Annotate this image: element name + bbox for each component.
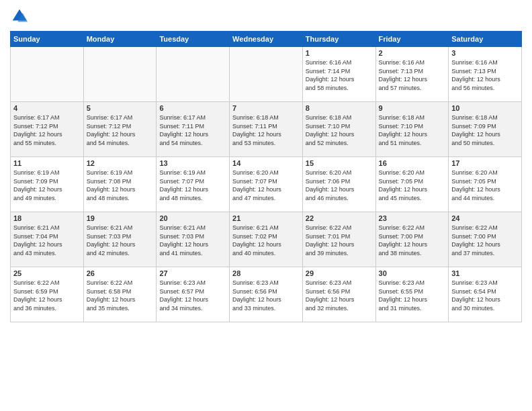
day-info: Sunrise: 6:23 AM Sunset: 6:56 PM Dayligh… — [232, 279, 300, 312]
calendar-cell: 18Sunrise: 6:21 AM Sunset: 7:04 PM Dayli… — [11, 212, 84, 267]
calendar-cell: 29Sunrise: 6:23 AM Sunset: 6:56 PM Dayli… — [302, 267, 375, 322]
day-info: Sunrise: 6:21 AM Sunset: 7:02 PM Dayligh… — [232, 224, 300, 257]
calendar-header-wednesday: Wednesday — [230, 32, 303, 47]
day-info: Sunrise: 6:20 AM Sunset: 7:05 PM Dayligh… — [451, 169, 519, 202]
day-info: Sunrise: 6:21 AM Sunset: 7:03 PM Dayligh… — [87, 224, 154, 257]
day-number: 28 — [232, 269, 300, 277]
calendar-cell: 11Sunrise: 6:19 AM Sunset: 7:09 PM Dayli… — [11, 157, 84, 212]
day-number: 24 — [451, 214, 519, 222]
calendar-cell — [11, 47, 84, 102]
calendar-header-tuesday: Tuesday — [157, 32, 230, 47]
day-number: 23 — [379, 214, 446, 222]
calendar-cell: 10Sunrise: 6:18 AM Sunset: 7:09 PM Dayli… — [449, 102, 522, 157]
calendar-cell: 17Sunrise: 6:20 AM Sunset: 7:05 PM Dayli… — [449, 157, 522, 212]
calendar-cell: 9Sunrise: 6:18 AM Sunset: 7:10 PM Daylig… — [375, 102, 449, 157]
day-info: Sunrise: 6:20 AM Sunset: 7:06 PM Dayligh… — [306, 169, 373, 202]
calendar-cell: 28Sunrise: 6:23 AM Sunset: 6:56 PM Dayli… — [230, 267, 303, 322]
day-number: 1 — [306, 49, 373, 57]
calendar-cell: 13Sunrise: 6:19 AM Sunset: 7:07 PM Dayli… — [157, 157, 230, 212]
calendar-header-thursday: Thursday — [302, 32, 375, 47]
calendar-cell — [230, 47, 303, 102]
calendar-week-row: 4Sunrise: 6:17 AM Sunset: 7:12 PM Daylig… — [11, 102, 522, 157]
calendar-cell — [157, 47, 230, 102]
calendar-cell: 8Sunrise: 6:18 AM Sunset: 7:10 PM Daylig… — [302, 102, 375, 157]
day-info: Sunrise: 6:17 AM Sunset: 7:11 PM Dayligh… — [159, 113, 226, 147]
calendar-cell: 12Sunrise: 6:19 AM Sunset: 7:08 PM Dayli… — [83, 157, 157, 212]
calendar-cell: 30Sunrise: 6:23 AM Sunset: 6:55 PM Dayli… — [375, 267, 449, 322]
day-info: Sunrise: 6:19 AM Sunset: 7:09 PM Dayligh… — [13, 169, 81, 202]
day-number: 12 — [87, 159, 154, 167]
calendar-cell: 26Sunrise: 6:22 AM Sunset: 6:58 PM Dayli… — [83, 267, 157, 322]
day-info: Sunrise: 6:21 AM Sunset: 7:04 PM Dayligh… — [13, 224, 81, 257]
day-info: Sunrise: 6:17 AM Sunset: 7:12 PM Dayligh… — [13, 113, 81, 147]
calendar-cell: 14Sunrise: 6:20 AM Sunset: 7:07 PM Dayli… — [230, 157, 303, 212]
day-info: Sunrise: 6:22 AM Sunset: 7:01 PM Dayligh… — [306, 224, 373, 257]
day-info: Sunrise: 6:23 AM Sunset: 6:57 PM Dayligh… — [159, 279, 226, 312]
day-info: Sunrise: 6:21 AM Sunset: 7:03 PM Dayligh… — [159, 224, 226, 257]
calendar-cell: 16Sunrise: 6:20 AM Sunset: 7:05 PM Dayli… — [375, 157, 449, 212]
calendar-cell: 1Sunrise: 6:16 AM Sunset: 7:14 PM Daylig… — [302, 47, 375, 102]
day-info: Sunrise: 6:23 AM Sunset: 6:56 PM Dayligh… — [306, 279, 373, 312]
day-info: Sunrise: 6:16 AM Sunset: 7:13 PM Dayligh… — [379, 58, 446, 92]
logo-icon — [10, 7, 29, 26]
day-number: 6 — [159, 104, 226, 112]
day-info: Sunrise: 6:16 AM Sunset: 7:13 PM Dayligh… — [451, 58, 519, 92]
day-number: 7 — [232, 104, 300, 112]
day-number: 11 — [13, 159, 81, 167]
calendar-cell: 4Sunrise: 6:17 AM Sunset: 7:12 PM Daylig… — [11, 102, 84, 157]
day-number: 17 — [451, 159, 519, 167]
day-number: 30 — [379, 269, 446, 277]
calendar-header-saturday: Saturday — [449, 32, 522, 47]
day-info: Sunrise: 6:20 AM Sunset: 7:07 PM Dayligh… — [232, 169, 300, 202]
day-info: Sunrise: 6:18 AM Sunset: 7:11 PM Dayligh… — [232, 113, 300, 147]
day-info: Sunrise: 6:16 AM Sunset: 7:14 PM Dayligh… — [306, 58, 373, 92]
logo — [10, 7, 32, 26]
calendar-header-friday: Friday — [375, 32, 449, 47]
day-info: Sunrise: 6:20 AM Sunset: 7:05 PM Dayligh… — [379, 169, 446, 202]
calendar-cell — [83, 47, 157, 102]
calendar-cell: 5Sunrise: 6:17 AM Sunset: 7:12 PM Daylig… — [83, 102, 157, 157]
day-number: 4 — [13, 104, 81, 112]
day-number: 3 — [451, 49, 519, 57]
day-number: 13 — [159, 159, 226, 167]
day-number: 25 — [13, 269, 81, 277]
calendar-cell: 22Sunrise: 6:22 AM Sunset: 7:01 PM Dayli… — [302, 212, 375, 267]
calendar-cell: 23Sunrise: 6:22 AM Sunset: 7:00 PM Dayli… — [375, 212, 449, 267]
header — [10, 7, 522, 26]
calendar-cell: 21Sunrise: 6:21 AM Sunset: 7:02 PM Dayli… — [230, 212, 303, 267]
day-number: 18 — [13, 214, 81, 222]
calendar-cell: 27Sunrise: 6:23 AM Sunset: 6:57 PM Dayli… — [157, 267, 230, 322]
day-number: 26 — [87, 269, 154, 277]
calendar-page: SundayMondayTuesdayWednesdayThursdayFrid… — [0, 0, 532, 411]
calendar-cell: 7Sunrise: 6:18 AM Sunset: 7:11 PM Daylig… — [230, 102, 303, 157]
calendar-cell: 31Sunrise: 6:23 AM Sunset: 6:54 PM Dayli… — [449, 267, 522, 322]
calendar-cell: 6Sunrise: 6:17 AM Sunset: 7:11 PM Daylig… — [157, 102, 230, 157]
day-number: 14 — [232, 159, 300, 167]
calendar-cell: 3Sunrise: 6:16 AM Sunset: 7:13 PM Daylig… — [449, 47, 522, 102]
day-number: 10 — [451, 104, 519, 112]
calendar-header-monday: Monday — [83, 32, 157, 47]
calendar-header-row: SundayMondayTuesdayWednesdayThursdayFrid… — [11, 32, 522, 47]
day-number: 21 — [232, 214, 300, 222]
day-info: Sunrise: 6:18 AM Sunset: 7:10 PM Dayligh… — [379, 113, 446, 147]
day-info: Sunrise: 6:23 AM Sunset: 6:54 PM Dayligh… — [451, 279, 519, 312]
day-number: 20 — [159, 214, 226, 222]
calendar-header-sunday: Sunday — [11, 32, 84, 47]
day-number: 8 — [306, 104, 373, 112]
day-info: Sunrise: 6:22 AM Sunset: 7:00 PM Dayligh… — [451, 224, 519, 257]
day-number: 31 — [451, 269, 519, 277]
calendar-cell: 15Sunrise: 6:20 AM Sunset: 7:06 PM Dayli… — [302, 157, 375, 212]
day-info: Sunrise: 6:18 AM Sunset: 7:10 PM Dayligh… — [306, 113, 373, 147]
calendar-week-row: 11Sunrise: 6:19 AM Sunset: 7:09 PM Dayli… — [11, 157, 522, 212]
day-info: Sunrise: 6:19 AM Sunset: 7:08 PM Dayligh… — [87, 169, 154, 202]
day-number: 15 — [306, 159, 373, 167]
calendar-cell: 20Sunrise: 6:21 AM Sunset: 7:03 PM Dayli… — [157, 212, 230, 267]
calendar-week-row: 1Sunrise: 6:16 AM Sunset: 7:14 PM Daylig… — [11, 47, 522, 102]
calendar-table: SundayMondayTuesdayWednesdayThursdayFrid… — [10, 31, 522, 322]
day-number: 5 — [87, 104, 154, 112]
day-number: 19 — [87, 214, 154, 222]
calendar-week-row: 25Sunrise: 6:22 AM Sunset: 6:59 PM Dayli… — [11, 267, 522, 322]
day-number: 22 — [306, 214, 373, 222]
day-number: 29 — [306, 269, 373, 277]
calendar-cell: 2Sunrise: 6:16 AM Sunset: 7:13 PM Daylig… — [375, 47, 449, 102]
